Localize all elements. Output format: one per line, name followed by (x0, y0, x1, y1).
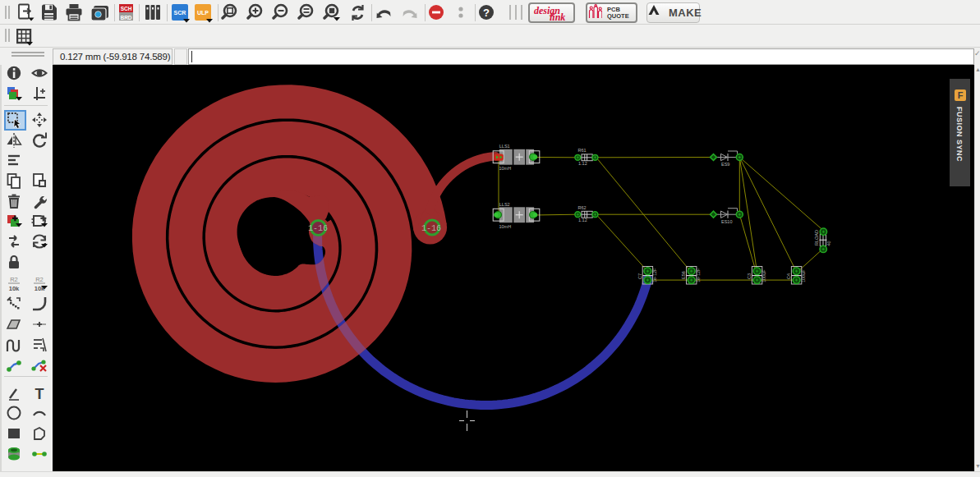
svg-text:RLOAD: RLOAD (814, 230, 819, 245)
svg-text:ULP: ULP (197, 10, 209, 16)
svg-text:ES9: ES9 (721, 162, 729, 167)
svg-text:1.12: 1.12 (578, 161, 587, 166)
svg-text:1.12: 1.12 (578, 218, 587, 222)
svg-text:?: ? (483, 7, 490, 19)
svg-text:1-16: 1-16 (308, 224, 328, 233)
svg-text:E56: E56 (681, 271, 686, 279)
svg-text:C7: C7 (637, 273, 642, 279)
svg-text:R62: R62 (578, 205, 587, 210)
svg-text:LLS1: LLS1 (499, 144, 510, 149)
svg-text:LLS2: LLS2 (499, 202, 510, 207)
svg-text:R2: R2 (35, 276, 44, 283)
svg-text:100uF: 100uF (801, 269, 806, 282)
svg-text:10k: 10k (9, 285, 20, 292)
svg-text:SCR: SCR (174, 10, 186, 16)
svg-text:R61: R61 (578, 148, 587, 153)
svg-text:1e-12F: 1e-12F (696, 268, 701, 282)
svg-text:BRD: BRD (120, 15, 131, 21)
svg-text:100uF: 100uF (761, 269, 766, 282)
svg-text:T: T (35, 385, 44, 401)
svg-text:10mH: 10mH (499, 224, 512, 229)
svg-text:ES10: ES10 (721, 219, 732, 224)
svg-text:SCH: SCH (121, 6, 132, 11)
svg-text:C3: C3 (747, 273, 752, 279)
svg-text:C4: C4 (786, 273, 791, 279)
svg-text:1e-12F: 1e-12F (652, 268, 657, 282)
svg-text:1-16: 1-16 (421, 224, 441, 233)
svg-text:R2: R2 (10, 276, 18, 283)
svg-text:40: 40 (826, 241, 831, 245)
svg-text:10mH: 10mH (499, 166, 512, 171)
